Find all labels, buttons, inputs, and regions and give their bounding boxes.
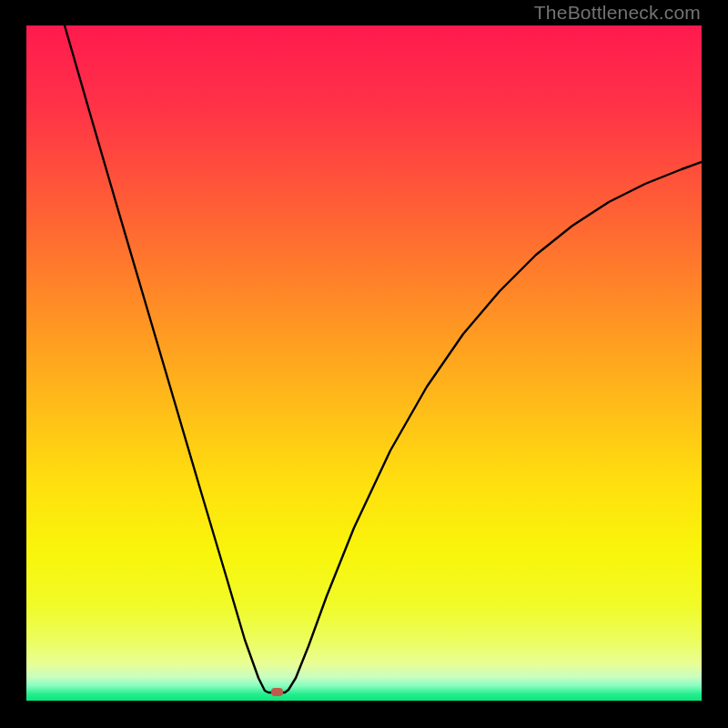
minimum-marker	[271, 688, 283, 696]
plot-area	[26, 25, 702, 701]
chart-frame: TheBottleneck.com	[0, 0, 728, 728]
watermark-text: TheBottleneck.com	[534, 2, 701, 24]
gradient-background	[26, 25, 702, 701]
svg-rect-0	[26, 25, 702, 701]
